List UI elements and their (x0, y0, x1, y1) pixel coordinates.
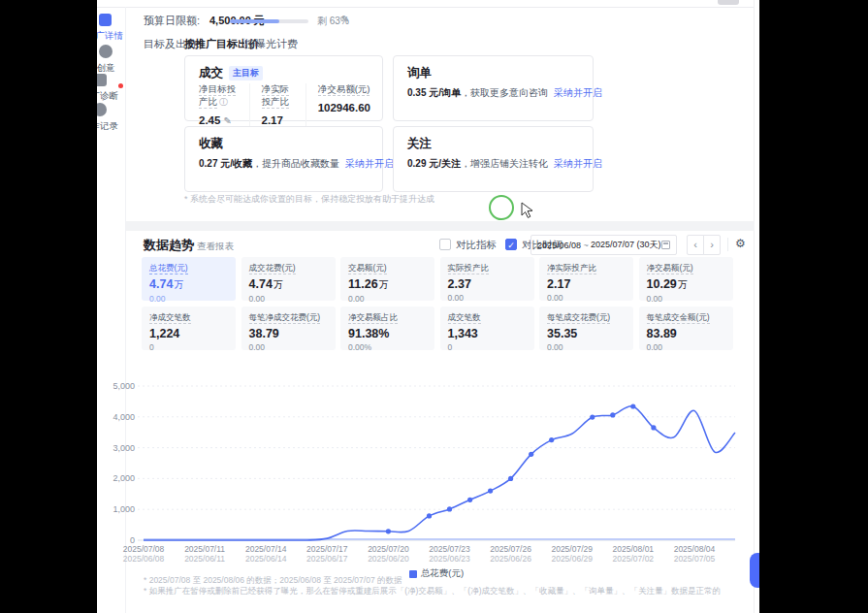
info-icon[interactable]: ⓘ (219, 97, 228, 107)
controls-separator (727, 238, 728, 251)
date-separator: ~ (583, 241, 588, 250)
svg-text:2025/07/08: 2025/07/08 (123, 544, 165, 554)
adopt-enable-link[interactable]: 采纳并开启 (554, 158, 602, 169)
letterbox-right (759, 0, 868, 613)
svg-text:2025/07/14: 2025/07/14 (245, 544, 287, 554)
date-end: 2025/07/07 (30天) (591, 239, 661, 251)
metric-card-net-gmv[interactable]: 净交易额(元) 10.29万 0.00 (639, 257, 733, 301)
edit-roi-icon[interactable]: ✎ (224, 115, 232, 126)
svg-text:2025/06/29: 2025/06/29 (551, 554, 593, 564)
metric-card-cost-per-net-order[interactable]: 每笔净成交花费(元) 38.79 0.00 (241, 306, 336, 350)
goal-note: * 系统会尽可能达成你设置的目标，保持稳定投放有助于提升达成 (184, 193, 434, 206)
svg-text:2025/06/08: 2025/06/08 (123, 554, 165, 564)
goal-metric: 净目标投产比ⓘ 2.45 ✎ (199, 83, 249, 126)
compare-metric-checkbox[interactable] (439, 239, 451, 250)
goal-card-desc: 0.29 元/关注，增强店铺关注转化采纳并开启 (407, 157, 602, 171)
budget-progress-bar[interactable] (230, 19, 308, 23)
trend-section-title: 数据趋势 (144, 237, 194, 254)
primary-goal-badge: 主目标 (229, 66, 263, 81)
prev-period-button[interactable]: ‹ (687, 235, 704, 255)
metric-label: 净实际投产比 (262, 83, 290, 109)
svg-text:2025/06/20: 2025/06/20 (368, 554, 409, 564)
svg-text:2025/07/26: 2025/07/26 (490, 544, 531, 554)
tab-bid-by-impression[interactable]: 按曝光计费 (244, 37, 298, 51)
svg-text:2025/08/04: 2025/08/04 (674, 544, 716, 554)
goal-card-desc: 0.27 元/收藏，提升商品收藏数量采纳并开启 (199, 157, 394, 171)
date-range-picker[interactable]: 2025/06/08 ~ 2025/07/07 (30天) (530, 235, 677, 255)
app-screen: 推广详情 创意 推广诊断 操作记录 预算日限额: 4,500.00 元 剩 63… (0, 0, 868, 613)
goal-card-title: 询单 (407, 65, 432, 81)
goal-card-deal: 成交主目标 净目标投产比ⓘ 2.45 ✎ 净实际投产比 2.17 净交易额(元)… (184, 55, 383, 121)
goal-card-title: 成交主目标 (199, 65, 263, 81)
trend-chart: 01,0002,0003,0004,0005,0002025/07/082025… (112, 377, 752, 569)
goal-card-follow: 关注 0.29 元/关注，增强店铺关注转化采纳并开启 (393, 126, 594, 192)
creative-icon (99, 45, 113, 58)
metric-label: 净目标投产比 (199, 83, 236, 109)
adopt-enable-link[interactable]: 采纳并开启 (554, 87, 602, 98)
metric-card-roi[interactable]: 实际投产比 2.37 0.00 (440, 257, 534, 301)
svg-text:2025/07/29: 2025/07/29 (551, 544, 593, 554)
legend-label: 总花费(元) (421, 567, 464, 580)
metric-card-cost-per-order[interactable]: 每笔成交花费(元) 35.35 0.00 (539, 306, 633, 350)
goal-card-title: 收藏 (199, 136, 223, 152)
metric-card-orders[interactable]: 成交笔数 1,343 0 (440, 306, 534, 350)
mouse-cursor (521, 202, 534, 219)
metric-card-net-gmv-ratio[interactable]: 净交易额占比 91.38% 0.00% (340, 306, 434, 350)
compare-time-checkbox[interactable]: ✓ (505, 239, 517, 250)
click-indicator-ring (489, 195, 514, 220)
view-report-link[interactable]: 查看报表 (197, 241, 234, 253)
svg-text:2025/06/11: 2025/06/11 (184, 554, 225, 564)
metric-card-gmv[interactable]: 交易额(元) 11.26万 0.00 (340, 257, 434, 301)
svg-text:2025/06/26: 2025/06/26 (490, 554, 531, 564)
metric-value: 102946.60 (318, 102, 370, 113)
goal-card-title: 关注 (407, 136, 432, 152)
notification-dot (118, 83, 123, 88)
metric-card-deal-cost[interactable]: 成交花费(元) 4.74万 0.00 (241, 257, 336, 301)
svg-text:2025/07/17: 2025/07/17 (306, 544, 348, 554)
metric-card-net-orders[interactable]: 净成交笔数 1,224 0 (142, 306, 236, 350)
svg-text:2025/06/14: 2025/06/14 (245, 554, 287, 564)
budget-label: 预算日限额: (144, 14, 200, 28)
svg-text:2025/06/17: 2025/06/17 (306, 554, 348, 564)
chart-footnote-2: * 如果推广在暂停或删除前已经获得了曝光，那么在暂停或重建后展示「(净)交易额」… (144, 586, 721, 597)
goal-metrics: 净目标投产比ⓘ 2.45 ✎ 净实际投产比 2.17 净交易额(元) 10294… (199, 83, 382, 126)
goal-metric: 净交易额(元) 102946.60 (305, 83, 382, 126)
metric-card-net-roi[interactable]: 净实际投产比 2.17 0.00 (539, 257, 633, 301)
date-start: 2025/06/08 (537, 241, 581, 250)
legend-swatch-total-cost (409, 570, 417, 578)
scrollbar-track[interactable] (754, 0, 755, 613)
metric-value: 2.17 (262, 114, 294, 126)
section-gap (126, 221, 755, 231)
goal-card-favorite: 收藏 0.27 元/收藏，提升商品收藏数量采纳并开启 (184, 126, 383, 192)
svg-text:2025/08/01: 2025/08/01 (613, 544, 655, 554)
compare-metric-label[interactable]: 对比指标 (456, 239, 497, 252)
goal-card-inquiry: 询单 0.35 元/询单，获取更多意向咨询采纳并开启 (393, 55, 594, 121)
metric-card-total-cost[interactable]: 总花费(元) 4.74万 0.00 (142, 257, 236, 301)
svg-text:5,000: 5,000 (113, 381, 135, 391)
svg-text:2025/07/11: 2025/07/11 (184, 544, 225, 554)
next-period-button[interactable]: › (703, 235, 721, 255)
top-edge-element (718, 0, 739, 5)
budget-progress-fill (230, 19, 279, 23)
svg-text:4,000: 4,000 (113, 412, 135, 422)
goal-card-desc: 0.35 元/询单，获取更多意向咨询采纳并开启 (407, 86, 602, 100)
metric-label: 净交易额(元) (318, 83, 370, 96)
top-divider (97, 7, 755, 8)
svg-text:1,000: 1,000 (113, 504, 135, 514)
promo-detail-icon (99, 14, 112, 26)
calendar-icon (661, 241, 670, 249)
svg-text:2025/06/23: 2025/06/23 (429, 554, 470, 564)
trend-chart-area: 01,0002,0003,0004,0005,0002025/07/082025… (112, 377, 752, 569)
settings-gear-icon[interactable]: ⚙ (735, 237, 746, 250)
adopt-enable-link[interactable]: 采纳并开启 (345, 158, 394, 169)
metric-value: 2.45 ✎ (199, 114, 238, 126)
svg-text:3,000: 3,000 (113, 443, 135, 453)
letterbox-left (0, 0, 97, 613)
budget-edit-icon[interactable]: ✎ (341, 14, 349, 24)
svg-text:2025/07/20: 2025/07/20 (368, 544, 409, 554)
svg-text:2025/07/05: 2025/07/05 (674, 554, 716, 564)
metric-card-amount-per-order[interactable]: 每笔成交金额(元) 83.89 0.00 (639, 306, 733, 350)
svg-text:2025/07/23: 2025/07/23 (429, 544, 470, 554)
svg-text:2025/07/02: 2025/07/02 (613, 554, 655, 564)
goal-metric: 净实际投产比 2.17 (249, 83, 305, 126)
